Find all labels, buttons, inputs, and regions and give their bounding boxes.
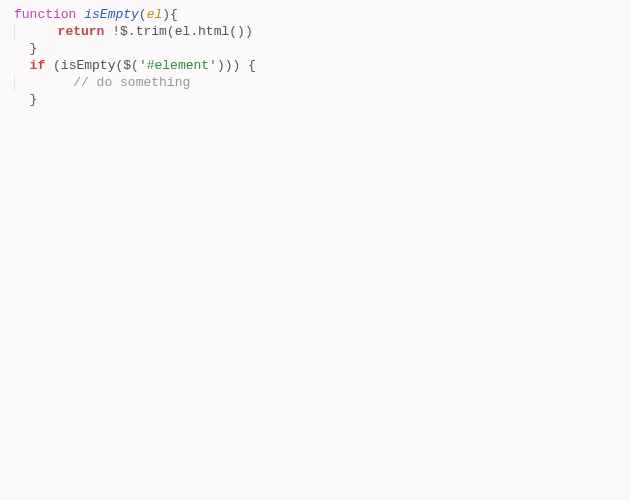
code-line-2: return !$.trim(el.html()) (0, 23, 630, 40)
dollar-sign: $ (120, 24, 128, 39)
parameter: el (147, 7, 163, 22)
paren-close-brace: ){ (162, 7, 178, 22)
code-line-1: function isEmpty(el){ (0, 6, 630, 23)
code-line-3: } (0, 40, 630, 57)
code-line-5: // do something (0, 74, 630, 91)
function-name: isEmpty (84, 7, 139, 22)
call-open: (isEmpty( (53, 58, 123, 73)
keyword-return: return (58, 24, 105, 39)
indent-guide (14, 23, 42, 40)
indent-guide (14, 74, 42, 91)
dollar-sign: $ (123, 58, 131, 73)
code-line-4: if (isEmpty($('#element'))) { (0, 57, 630, 74)
expression: .trim(el.html()) (128, 24, 253, 39)
close-brace: } (30, 41, 38, 56)
string-literal: '#element' (139, 58, 217, 73)
call-close: ))) { (217, 58, 256, 73)
operator-not: ! (112, 24, 120, 39)
paren: ( (131, 58, 139, 73)
paren-open: ( (139, 7, 147, 22)
code-line-6: } (0, 91, 630, 108)
close-brace: } (30, 92, 38, 107)
keyword-if: if (30, 58, 46, 73)
keyword-function: function (14, 7, 76, 22)
space (45, 58, 53, 73)
comment: // do something (73, 75, 190, 90)
code-block: function isEmpty(el){ return !$.trim(el.… (0, 6, 630, 108)
